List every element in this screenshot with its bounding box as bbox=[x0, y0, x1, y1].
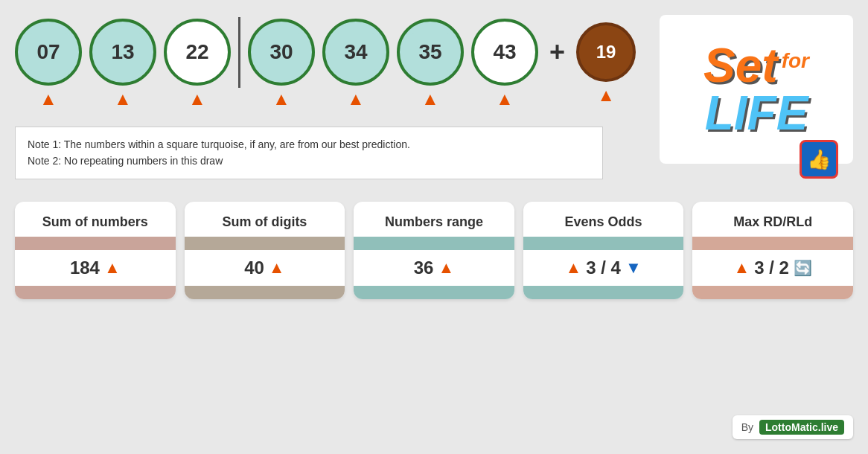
stat-card-numbers-range: Numbers range 36 ▲ bbox=[354, 202, 514, 299]
ball-wrapper-2: 13 ▲ bbox=[89, 19, 156, 108]
notes-section: Note 1: The numbers within a square turq… bbox=[15, 127, 603, 179]
stat-value-evens-odds: ▲ 3 / 4 ▼ bbox=[558, 250, 648, 286]
plus-sign: + bbox=[549, 36, 565, 90]
arrow-up-5: ▲ bbox=[347, 90, 365, 108]
attribution-by: By bbox=[741, 421, 753, 433]
thumbs-up-icon: 👍 bbox=[807, 148, 831, 171]
logo-row1: Set for bbox=[703, 42, 809, 89]
stat-bar-bottom-1 bbox=[15, 286, 176, 299]
arrow-up-7: ▲ bbox=[496, 90, 514, 108]
ball-wrapper-7: 43 ▲ bbox=[471, 19, 538, 108]
stat-arrow-sum-numbers: ▲ bbox=[104, 258, 121, 278]
ball-5: 34 bbox=[322, 19, 389, 86]
note-1: Note 1: The numbers within a square turq… bbox=[28, 136, 590, 153]
attribution-brand: LottoMatic.live bbox=[759, 420, 844, 435]
ball-6: 35 bbox=[397, 19, 464, 86]
ball-wrapper-5: 34 ▲ bbox=[322, 19, 389, 108]
bonus-ball: 19 bbox=[576, 22, 636, 82]
logo-for-text: for bbox=[782, 49, 809, 73]
arrow-up-1: ▲ bbox=[39, 90, 57, 108]
arrow-up-3: ▲ bbox=[188, 90, 206, 108]
arrow-up-2: ▲ bbox=[114, 90, 132, 108]
stat-arrow-sum-digits: ▲ bbox=[269, 258, 285, 278]
stat-value-sum-digits: 40 ▲ bbox=[237, 250, 292, 286]
stat-bar-top-3 bbox=[354, 237, 514, 250]
stat-value-max-rd: ▲ 3 / 2 🔄 bbox=[726, 250, 819, 286]
ball-wrapper-6: 35 ▲ bbox=[397, 19, 464, 108]
group-divider bbox=[238, 15, 240, 89]
stat-card-sum-numbers: Sum of numbers 184 ▲ bbox=[15, 202, 176, 299]
ball-7: 43 bbox=[471, 19, 538, 86]
main-container: 07 ▲ 13 ▲ 22 ▲ bbox=[0, 0, 868, 454]
stat-card-evens-odds: Evens Odds ▲ 3 / 4 ▼ bbox=[523, 202, 684, 299]
stat-bar-bottom-3 bbox=[354, 286, 514, 299]
stat-number-max-rd: 3 / 2 bbox=[754, 258, 789, 278]
like-button[interactable]: 👍 bbox=[800, 140, 838, 179]
stat-title-sum-numbers: Sum of numbers bbox=[35, 202, 156, 237]
stat-bar-bottom-5 bbox=[692, 286, 853, 299]
arrow-up-4: ▲ bbox=[272, 90, 290, 108]
logo-life-text: LIFE bbox=[705, 86, 808, 140]
stat-bar-bottom-2 bbox=[185, 286, 345, 299]
logo-set-text: Set bbox=[703, 42, 778, 89]
stat-title-sum-digits: Sum of digits bbox=[214, 202, 314, 237]
ball-inner-1: 07 bbox=[26, 33, 71, 71]
ball-inner-2: 13 bbox=[100, 33, 145, 71]
stat-bar-top-4 bbox=[523, 237, 684, 250]
stat-bar-top-5 bbox=[692, 237, 853, 250]
stat-number-sum-numbers: 184 bbox=[70, 258, 100, 278]
stat-bar-top-2 bbox=[185, 237, 345, 250]
ball-wrapper-3: 22 ▲ bbox=[164, 19, 231, 108]
stat-card-max-rd: Max RD/RLd ▲ 3 / 2 🔄 bbox=[692, 202, 853, 299]
ball-4: 30 bbox=[248, 19, 315, 86]
stat-title-numbers-range: Numbers range bbox=[377, 202, 491, 237]
ball-3: 22 bbox=[164, 19, 231, 86]
logo-inner: Set for LIFE bbox=[703, 42, 809, 137]
stats-section: Sum of numbers 184 ▲ Sum of digits 40 ▲ … bbox=[15, 202, 853, 299]
stat-bar-bottom-4 bbox=[523, 286, 684, 299]
stat-arrow-up-max-rd: ▲ bbox=[733, 258, 750, 278]
ball-inner-4: 30 bbox=[259, 33, 304, 71]
stat-card-sum-digits: Sum of digits 40 ▲ bbox=[185, 202, 345, 299]
ball-inner-6: 35 bbox=[408, 33, 453, 71]
stat-number-numbers-range: 36 bbox=[414, 258, 434, 278]
stat-title-evens-odds: Evens Odds bbox=[558, 202, 650, 237]
stat-number-evens-odds: 3 / 4 bbox=[586, 258, 621, 278]
stat-arrow-left-evens-odds: ▲ bbox=[565, 258, 581, 278]
refresh-icon-max-rd: 🔄 bbox=[794, 259, 812, 277]
ball-1: 07 bbox=[15, 19, 82, 86]
ball-2: 13 bbox=[89, 19, 156, 86]
stat-arrow-numbers-range: ▲ bbox=[438, 258, 454, 278]
logo-life-row: LIFE bbox=[703, 89, 809, 137]
stat-arrow-right-evens-odds: ▼ bbox=[625, 258, 642, 278]
logo-area: Set for LIFE 👍 bbox=[637, 15, 853, 216]
ball-wrapper-1: 07 ▲ bbox=[15, 19, 82, 108]
stat-value-numbers-range: 36 ▲ bbox=[406, 250, 462, 286]
note-2: Note 2: No repeating numbers in this dra… bbox=[28, 153, 590, 169]
ball-wrapper-4: 30 ▲ bbox=[248, 19, 315, 108]
arrow-up-6: ▲ bbox=[421, 90, 439, 108]
attribution: By LottoMatic.live bbox=[733, 415, 853, 439]
stat-number-sum-digits: 40 bbox=[244, 258, 264, 278]
bonus-ball-wrapper: 19 ▲ bbox=[576, 22, 636, 104]
ball-inner-5: 34 bbox=[334, 33, 378, 71]
stat-value-sum-numbers: 184 ▲ bbox=[63, 250, 128, 286]
bonus-arrow: ▲ bbox=[597, 86, 615, 104]
stat-bar-top-1 bbox=[15, 237, 176, 250]
